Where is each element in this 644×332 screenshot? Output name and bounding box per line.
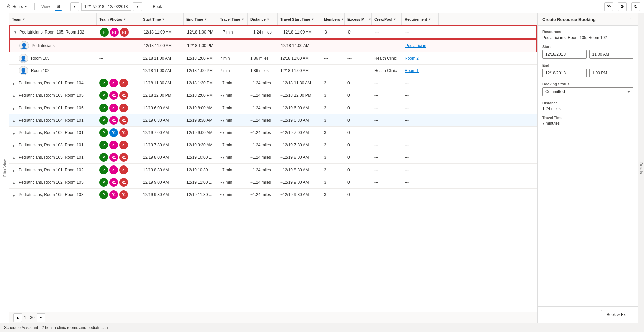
avatar-outline: 👤 — [19, 41, 29, 50]
cell-photos: P R1 R1 — [97, 89, 140, 102]
cell-req: --- — [402, 102, 439, 114]
filter-view-toggle[interactable]: Filter View — [0, 13, 9, 323]
book-exit-button[interactable]: Book & Exit — [601, 310, 633, 319]
cell-travelstart: ~12/18 11:30 AM — [278, 77, 321, 89]
cell-excess: --- — [345, 40, 372, 52]
refresh-button[interactable]: ↻ — [631, 2, 640, 11]
booking-status-select[interactable]: Committed Tentative Cancelled — [542, 87, 633, 96]
avatar: P — [99, 190, 108, 199]
expand-icon[interactable]: ▼ — [12, 80, 17, 86]
end-time-input[interactable] — [589, 69, 634, 77]
avatar: P — [99, 141, 108, 149]
cell-travel: 7 min — [217, 65, 248, 77]
avatar: P — [99, 104, 108, 112]
distance-sort-icon: ▼ — [267, 18, 270, 21]
book-button[interactable]: Book — [150, 3, 165, 10]
table-row[interactable]: ▼ Pediatricians, Room 103, Room 105 P R1… — [9, 89, 537, 102]
cell-start: 12/18 11:00 AM — [141, 40, 184, 52]
cell-photos: P R1 R1 — [97, 189, 140, 201]
expand-icon[interactable]: ▼ — [12, 192, 17, 197]
table-row[interactable]: ▼ Pediatricians, Room 105, Room 102 P R1… — [9, 25, 537, 39]
separator-1 — [34, 3, 35, 10]
table-row[interactable]: 👤 Pediatricians --- 12/18 11:00 AM 12/18… — [9, 39, 537, 52]
expand-icon[interactable]: ▼ — [12, 180, 17, 185]
details-label: Details — [639, 160, 643, 177]
details-toggle[interactable]: Details — [638, 13, 644, 323]
app-container: ⏱ Hours ▼ View ⊞ ‹ 12/17/2018 - 12/23/20… — [0, 0, 644, 332]
col-header-crew[interactable]: Crew/Pool ▼ — [372, 13, 402, 25]
grid-body: ▼ Pediatricians, Room 105, Room 102 P R1… — [9, 25, 537, 312]
cell-start: 12/19 7:00 AM — [140, 127, 184, 139]
cell-members: 3 — [321, 114, 345, 126]
avatar: R1 — [109, 153, 118, 162]
table-row[interactable]: ▼ Pediatricians, Room 105, Room 101 P R1… — [9, 151, 537, 164]
resources-section: Resources Pediatricians, Room 105, Room … — [542, 30, 633, 40]
expand-icon[interactable]: ▼ — [12, 155, 17, 160]
col-header-req[interactable]: Requirement ▼ — [402, 13, 439, 25]
travel-time-value: 7 minutes — [542, 121, 633, 126]
distance-value: 1.24 miles — [542, 106, 633, 111]
eye-button[interactable]: 👁 — [604, 2, 613, 11]
cell-crew: --- — [372, 189, 402, 201]
expand-icon[interactable]: ▼ — [12, 118, 17, 123]
team-sort-icon: ▼ — [22, 18, 25, 21]
cell-team: ▼ Pediatricians, Room 105, Room 103 — [9, 189, 97, 201]
table-row[interactable]: 👤 Room 105 --- 12/18 11:00 AM 12/18 1:00… — [9, 52, 537, 65]
cell-distance: ~1.24 miles — [248, 139, 278, 151]
table-row[interactable]: ▼ Pediatricians, Room 101, Room 102 P R1… — [9, 164, 537, 176]
hours-button[interactable]: ⏱ Hours ▼ — [4, 3, 30, 10]
table-row[interactable]: ▼ Pediatricians, Room 101, Room 104 P R1… — [9, 77, 537, 89]
expand-icon[interactable]: ▼ — [12, 130, 17, 135]
table-row[interactable]: 👤 Room 102 --- 12/18 11:00 AM 12/18 1:00… — [9, 65, 537, 77]
col-header-excess[interactable]: Excess M... ▼ — [345, 13, 372, 25]
col-header-end[interactable]: End Time ▼ — [184, 13, 217, 25]
col-header-travel[interactable]: Travel Time ▼ — [217, 13, 248, 25]
page-down-button[interactable]: ▼ — [37, 313, 45, 322]
cell-travelstart: 12/18 11:00 AM — [278, 40, 322, 52]
start-time-input[interactable] — [589, 50, 634, 59]
page-up-button[interactable]: ▲ — [13, 313, 22, 322]
panel-expand-icon[interactable]: › — [628, 17, 633, 22]
cell-travel: ~7 min — [217, 189, 248, 201]
col-header-distance[interactable]: Distance ▼ — [248, 13, 278, 25]
expand-icon[interactable]: ▼ — [12, 105, 17, 111]
avatar: R1 — [119, 165, 128, 174]
req-sort-icon: ▼ — [428, 18, 431, 21]
expand-icon[interactable]: ▼ — [12, 93, 17, 98]
next-date-button[interactable]: › — [133, 2, 142, 11]
table-row[interactable]: ▼ Pediatricians, Room 101, Room 105 P R1… — [9, 102, 537, 114]
col-header-members[interactable]: Members ▼ — [321, 13, 345, 25]
col-header-start[interactable]: Start Time ▼ — [140, 13, 184, 25]
panel-footer: Book & Exit — [538, 306, 638, 323]
cell-start: 12/18 11:30 AM — [140, 77, 184, 89]
cell-req: --- — [402, 164, 439, 176]
cell-photos: P R1 R1 — [97, 164, 140, 176]
cell-photos: --- — [97, 52, 140, 64]
col-header-team[interactable]: Team ▼ — [9, 13, 97, 25]
cell-travel: ~7 min — [217, 89, 248, 102]
expand-icon[interactable]: ▼ — [12, 167, 17, 173]
col-header-photos[interactable]: Team Photos ▼ — [97, 13, 140, 25]
cell-end: 12/19 11:00 ... — [184, 176, 217, 188]
cell-end: 12/19 8:30 AM — [184, 114, 217, 126]
table-row[interactable]: ▼ Pediatricians, Room 102, Room 101 P R1… — [9, 127, 537, 139]
start-date-input[interactable] — [542, 50, 587, 59]
panel-body: Resources Pediatricians, Room 105, Room … — [538, 26, 638, 306]
prev-date-button[interactable]: ‹ — [70, 2, 79, 11]
end-date-input[interactable] — [542, 69, 587, 77]
table-row[interactable]: ▼ Pediatricians, Room 105, Room 103 P R1… — [9, 189, 537, 201]
expand-icon[interactable]: ▼ — [12, 142, 17, 148]
table-row[interactable]: ▼ Pediatricians, Room 104, Room 101 P R1… — [9, 114, 537, 127]
avatar-p: P — [100, 28, 109, 37]
table-row[interactable]: ▼ Pediatricians, Room 102, Room 105 P R1… — [9, 176, 537, 189]
date-range[interactable]: 12/17/2018 - 12/23/2018 — [81, 3, 131, 11]
col-header-travelstart[interactable]: Travel Start Time ▼ — [278, 13, 321, 25]
settings-button[interactable]: ⚙ — [618, 2, 627, 11]
table-row[interactable]: ▼ Pediatricians, Room 103, Room 101 P R1… — [9, 139, 537, 151]
expand-icon[interactable]: ▼ — [13, 29, 18, 35]
avatar: R1 — [119, 153, 128, 162]
cell-photos: P R1 R1 — [97, 26, 141, 38]
start-label: Start — [542, 45, 633, 49]
avatar: R1 — [109, 141, 118, 149]
view-grid-button[interactable]: ⊞ — [55, 3, 62, 11]
